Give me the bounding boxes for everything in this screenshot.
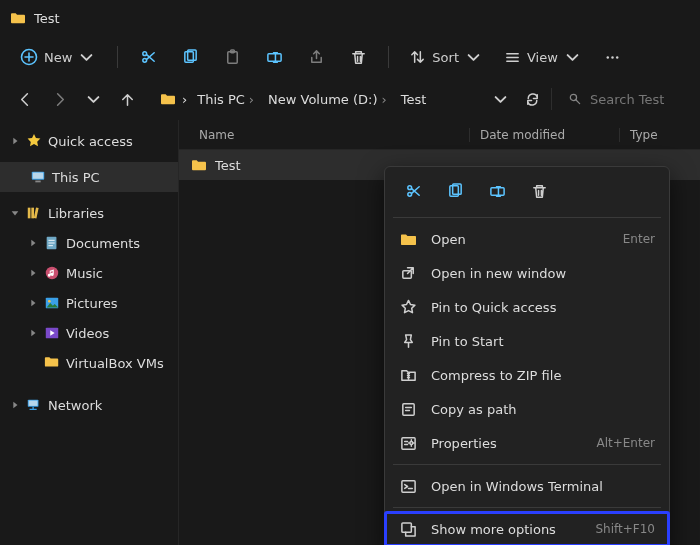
context-toolbar [385,173,669,213]
chevron-down-icon [78,49,95,66]
scissors-icon [405,183,422,200]
trash-icon [350,49,367,66]
address-bar[interactable]: › This PC› New Volume (D:)› Test [152,84,477,114]
videos-icon [44,325,60,341]
caret-right-icon [28,328,38,338]
caret-right-icon [28,238,38,248]
ctx-properties[interactable]: Properties Alt+Enter [385,426,669,460]
column-headers[interactable]: Name Date modified Type [179,120,700,150]
breadcrumb-label: Test [401,92,427,107]
ctx-open-terminal[interactable]: Open in Windows Terminal [385,469,669,503]
pc-icon [30,169,46,185]
ctx-rename-button[interactable] [483,177,511,205]
rename-icon [489,183,506,200]
breadcrumb-mid[interactable]: New Volume (D:)› [264,90,391,109]
ctx-show-more-options[interactable]: Show more options Shift+F10 [385,512,669,545]
breadcrumb-label: New Volume (D:) [268,92,378,107]
ctx-open-new-window[interactable]: Open in new window [385,256,669,290]
sidebar-label: This PC [52,170,100,185]
view-icon [504,49,521,66]
title-bar: Test [0,0,700,36]
scissors-icon [140,49,157,66]
folder-icon [400,231,417,248]
toolbar: New Sort View [0,36,700,78]
copy-button[interactable] [172,41,208,73]
sidebar-label: Pictures [66,296,117,311]
recent-button[interactable] [78,83,108,115]
ctx-label: Pin to Quick access [431,300,655,315]
copy-path-icon [400,401,417,418]
ctx-copy-button[interactable] [441,177,469,205]
sidebar-item-network[interactable]: Network [0,390,178,420]
ctx-label: Pin to Start [431,334,655,349]
paste-button[interactable] [214,41,250,73]
new-button[interactable]: New [10,41,105,73]
sidebar-label: Network [48,398,102,413]
ctx-pin-start[interactable]: Pin to Start [385,324,669,358]
ctx-copy-path[interactable]: Copy as path [385,392,669,426]
ctx-label: Show more options [431,522,581,537]
column-name[interactable]: Name [179,128,469,142]
sidebar-item-this-pc[interactable]: This PC [0,162,178,192]
cut-button[interactable] [130,41,166,73]
sidebar-label: Documents [66,236,140,251]
properties-icon [400,435,417,452]
chevron-down-icon [465,49,482,66]
delete-button[interactable] [340,41,376,73]
refresh-button[interactable] [517,83,547,115]
ctx-label: Copy as path [431,402,655,417]
ctx-compress-zip[interactable]: Compress to ZIP file [385,358,669,392]
documents-icon [44,235,60,251]
breadcrumb-root[interactable]: This PC› [193,90,258,109]
ctx-accel: Shift+F10 [595,522,655,536]
up-button[interactable] [112,83,142,115]
sidebar-item-quick-access[interactable]: Quick access [0,126,178,156]
sidebar-label: Music [66,266,103,281]
sidebar-item-music[interactable]: Music [0,258,178,288]
folder-icon [160,92,176,106]
ctx-label: Properties [431,436,582,451]
back-button[interactable] [10,83,40,115]
view-button[interactable]: View [496,41,589,73]
sidebar-label: Quick access [48,134,133,149]
refresh-icon [524,91,541,108]
separator [388,46,389,68]
ctx-label: Compress to ZIP file [431,368,655,383]
forward-button[interactable] [44,83,74,115]
column-date[interactable]: Date modified [469,128,619,142]
folder-icon [44,355,60,371]
search-box[interactable]: Search Test [560,84,690,114]
up-icon [119,91,136,108]
ctx-accel: Enter [623,232,655,246]
share-button[interactable] [298,41,334,73]
sidebar-item-libraries[interactable]: Libraries [0,198,178,228]
ctx-cut-button[interactable] [399,177,427,205]
separator [393,464,661,465]
more-button[interactable] [595,41,631,73]
sidebar-item-vbox[interactable]: VirtualBox VMs [0,348,178,378]
chevron-down-icon [492,91,509,108]
rename-button[interactable] [256,41,292,73]
ctx-label: Open [431,232,609,247]
copy-icon [447,183,464,200]
back-icon [17,91,34,108]
ctx-open[interactable]: Open Enter [385,222,669,256]
breadcrumb-leaf[interactable]: Test [397,90,431,109]
window-title: Test [34,11,60,26]
sort-icon [409,49,426,66]
caret-right-icon [28,298,38,308]
column-type[interactable]: Type [619,128,700,142]
caret-down-icon [10,208,20,218]
sidebar-item-pictures[interactable]: Pictures [0,288,178,318]
sidebar-item-videos[interactable]: Videos [0,318,178,348]
paste-icon [224,49,241,66]
terminal-icon [400,478,417,495]
plus-circle-icon [20,48,38,66]
separator [551,88,552,110]
ctx-pin-quick-access[interactable]: Pin to Quick access [385,290,669,324]
address-dropdown[interactable] [485,83,515,115]
sidebar-item-documents[interactable]: Documents [0,228,178,258]
folder-icon [191,158,207,172]
sort-button[interactable]: Sort [401,41,490,73]
ctx-delete-button[interactable] [525,177,553,205]
